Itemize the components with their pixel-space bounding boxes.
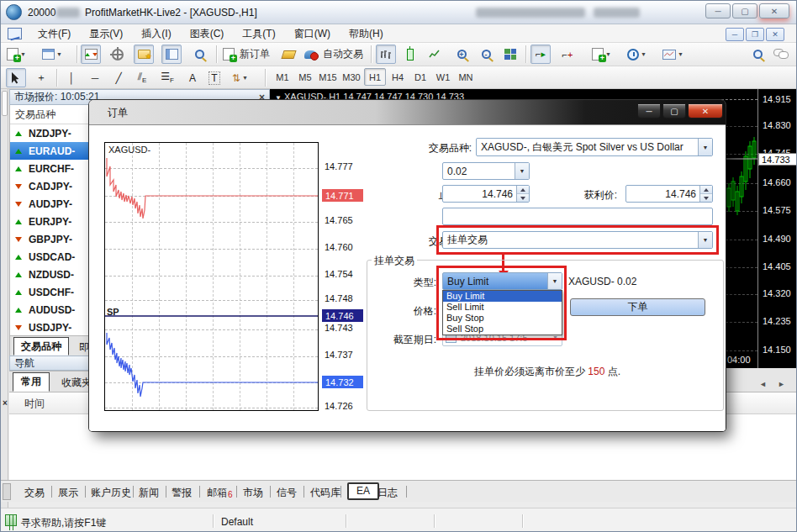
navigator-button[interactable]: ★	[134, 45, 154, 64]
timeframe-d1[interactable]: D1	[409, 68, 431, 86]
templates-button[interactable]: ▼	[660, 45, 686, 64]
tab-ea[interactable]: EA	[347, 482, 379, 500]
menu-view[interactable]: 显示(V)	[80, 24, 132, 43]
text-tool-button[interactable]: A	[182, 68, 203, 87]
dock-scrollbar-thumb[interactable]	[2, 91, 8, 116]
terminal-tab-grip[interactable]	[3, 483, 11, 500]
spin-up-icon	[704, 188, 709, 192]
tab-code-base[interactable]: 代码库	[310, 483, 340, 501]
timeframe-m5[interactable]: M5	[294, 68, 316, 86]
trendline-icon: ╱	[115, 72, 121, 84]
zoom-in-button[interactable]: +	[451, 45, 472, 64]
zoom-out-button[interactable]: -	[476, 45, 496, 64]
chat-button[interactable]	[771, 45, 791, 64]
metaeditor-button[interactable]	[278, 45, 298, 64]
minimize-button[interactable]: ─	[705, 3, 731, 18]
search-button[interactable]	[747, 45, 768, 64]
vertical-line-button[interactable]: │	[61, 68, 82, 87]
standard-toolbar: +▼ ▼ ★ + 新订单 自动交易	[1, 43, 797, 66]
tab-exposure[interactable]: 展示	[58, 483, 78, 501]
mdi-minimize-button[interactable]: ─	[726, 28, 744, 41]
horizontal-line-button[interactable]: ─	[85, 68, 105, 87]
new-chart-button[interactable]: +▼	[4, 45, 29, 64]
tab-market[interactable]: 市场	[243, 483, 263, 501]
comment-input[interactable]	[442, 208, 713, 225]
trendline-button[interactable]: ╱	[108, 68, 129, 87]
spinner-buttons[interactable]	[699, 186, 712, 202]
indicators-button[interactable]: +▼	[589, 45, 614, 64]
bar-chart-button[interactable]	[376, 45, 396, 64]
tab-alerts[interactable]: 警报	[172, 483, 192, 501]
market-watch-button[interactable]	[81, 45, 101, 64]
mdi-close-button[interactable]: ✕	[766, 28, 784, 41]
periods-button[interactable]: ▼	[625, 45, 649, 64]
tick-scale-label: 14.737	[325, 350, 353, 360]
terminal-button[interactable]	[161, 45, 182, 64]
new-order-button[interactable]: + 新订单	[220, 45, 272, 64]
dialog-minimize-button[interactable]: ─	[637, 103, 661, 119]
timeframe-w1[interactable]: W1	[432, 68, 454, 86]
status-profile[interactable]: Default	[221, 516, 253, 528]
mdi-restore-button[interactable]: ❐	[746, 28, 764, 41]
candlestick-button[interactable]	[400, 45, 420, 64]
order-dialog-titlebar[interactable]: 订单 ─ ▢ ✕	[89, 100, 726, 125]
tab-news[interactable]: 新闻	[139, 483, 159, 501]
price-scale-label: 14.235	[763, 316, 791, 326]
data-window-button[interactable]	[108, 45, 128, 64]
strategy-tester-button[interactable]	[189, 45, 209, 64]
take-profit-field[interactable]: 14.746	[625, 185, 713, 203]
menu-help[interactable]: 帮助(H)	[340, 24, 393, 43]
tab-account-history[interactable]: 账户历史	[91, 483, 131, 501]
menu-window[interactable]: 窗口(W)	[285, 24, 340, 43]
price-scale-label: 14.660	[763, 177, 791, 187]
auto-scroll-button[interactable]: ⌐▸	[530, 45, 551, 64]
chart-shift-button[interactable]: ⌐+	[557, 45, 578, 64]
close-button[interactable]: ✕	[759, 3, 789, 18]
redacted-text	[56, 8, 80, 18]
timeframe-m1[interactable]: M1	[272, 68, 293, 86]
dialog-close-button[interactable]: ✕	[688, 103, 723, 119]
tab-journal[interactable]: 日志	[377, 483, 398, 501]
tab-signals[interactable]: 信号	[277, 483, 297, 501]
menu-insert[interactable]: 插入(I)	[132, 24, 180, 43]
scroll-left-icon[interactable]: ◄	[759, 380, 767, 388]
dropdown-arrow-icon[interactable]: ▼	[698, 139, 712, 155]
arrows-tool-button[interactable]: ⇅▼	[230, 68, 251, 87]
maximize-button[interactable]: ▢	[732, 3, 757, 18]
timeframe-m30[interactable]: M30	[340, 68, 362, 86]
dialog-maximize-button[interactable]: ▢	[662, 103, 686, 119]
scroll-right-icon[interactable]: ►	[778, 380, 785, 388]
volume-combo[interactable]: 0.02 ▼	[442, 162, 530, 180]
symbol-combo[interactable]: XAGUSD-, 白银美元 Spot Silver vs US Dollar ▼	[476, 138, 713, 156]
timeframe-h1[interactable]: H1	[364, 68, 386, 86]
crosshair-tool-button[interactable]: ＋	[31, 68, 51, 87]
fibonacci-button[interactable]: ☰F	[157, 68, 177, 87]
tab-common[interactable]: 常用	[13, 372, 50, 392]
navigator-title: 导航	[14, 356, 34, 371]
text-label-button[interactable]: T	[204, 68, 224, 87]
timeframe-h4[interactable]: H4	[387, 68, 409, 86]
tab-trade[interactable]: 交易	[24, 483, 45, 501]
line-chart-button[interactable]	[425, 45, 445, 64]
fibonacci-icon: ☰F	[161, 71, 174, 84]
terminal-close-icon[interactable]: ×	[2, 398, 8, 408]
profiles-button[interactable]: ▼	[40, 45, 65, 64]
menu-charts[interactable]: 图表(C)	[181, 24, 234, 43]
cursor-tool-button[interactable]	[6, 68, 26, 87]
account-number: 20000	[28, 7, 55, 18]
autotrading-button[interactable]: 自动交易	[302, 45, 366, 64]
time-column-header[interactable]: 时间	[24, 397, 45, 411]
menu-tools[interactable]: 工具(T)	[233, 24, 284, 43]
timeframe-mn[interactable]: MN	[455, 68, 477, 86]
tile-windows-button[interactable]	[500, 45, 520, 64]
tab-symbols[interactable]: 交易品种	[13, 337, 69, 356]
place-order-button[interactable]: 下单	[570, 298, 705, 316]
tick-scale-label: 14.748	[325, 293, 353, 303]
timeframe-m15[interactable]: M15	[317, 68, 339, 86]
menu-file[interactable]: 文件(F)	[29, 24, 80, 43]
stop-loss-field[interactable]: 14.746	[442, 185, 530, 203]
tab-mailbox[interactable]: 邮箱6	[207, 483, 233, 501]
channel-button[interactable]: ⫽E	[132, 68, 152, 87]
crosshair-icon: ＋	[36, 71, 46, 85]
dropdown-arrow-icon[interactable]: ▼	[515, 163, 529, 179]
